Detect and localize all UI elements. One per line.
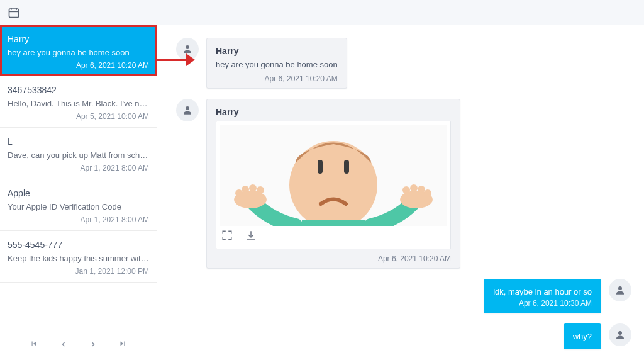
conversation-item[interactable]: 3467533842 Hello, David. This is Mr. Bla… [0, 76, 157, 128]
message-row: Harry hey are you gonna be home soon Apr… [176, 38, 631, 89]
avatar [609, 323, 631, 346]
message-bubble-outgoing: why? [564, 323, 601, 349]
conversation-name: 555-4545-777 [8, 240, 149, 250]
svg-rect-9 [344, 160, 349, 174]
message-sender: Harry [216, 46, 338, 56]
message-row-outgoing: idk, maybe in an hour or so Apr 6, 2021 … [176, 279, 631, 313]
message-time: Apr 6, 2021 10:30 AM [493, 299, 592, 308]
conversation-name: Apple [8, 188, 149, 198]
message-time: Apr 6, 2021 10:20 AM [216, 74, 338, 83]
chat-pane: Harry hey are you gonna be home soon Apr… [157, 25, 644, 360]
svg-rect-0 [9, 9, 19, 17]
message-row: Harry [176, 99, 631, 269]
conversation-date: Apr 5, 2021 10:00 AM [8, 112, 149, 121]
conversation-preview: Your Apple ID Verification Code [8, 202, 149, 211]
svg-point-21 [618, 286, 622, 290]
main: Harry hey are you gonna be home soon Apr… [0, 25, 644, 360]
conversation-date: Apr 6, 2021 10:20 AM [8, 61, 149, 70]
message-bubble: Harry hey are you gonna be home soon Apr… [206, 38, 347, 89]
message-sender: Harry [216, 107, 451, 117]
conversation-preview: Keep the kids happy this summer with … [8, 254, 149, 263]
svg-point-19 [410, 184, 418, 192]
sidebar: Harry hey are you gonna be home soon Apr… [0, 25, 157, 360]
message-text: hey are you gonna be home soon [216, 60, 338, 69]
svg-point-18 [418, 186, 425, 193]
conversation-item[interactable]: 555-4545-777 Keep the kids happy this su… [0, 231, 157, 283]
message-text: why? [573, 332, 592, 341]
annotation-arrow [157, 53, 195, 66]
conversation-item[interactable]: Harry hey are you gonna be home soon Apr… [0, 25, 157, 76]
svg-point-14 [249, 184, 257, 192]
svg-point-20 [402, 186, 410, 194]
message-text: idk, maybe in an hour or so [493, 287, 592, 296]
avatar [609, 279, 631, 301]
conversation-item[interactable]: L Dave, can you pick up Matt from schoo…… [0, 128, 157, 179]
conversation-preview: Hello, David. This is Mr. Black. I've no… [8, 99, 149, 108]
download-icon[interactable] [245, 230, 257, 244]
message-bubble-outgoing: idk, maybe in an hour or so Apr 6, 2021 … [484, 279, 601, 313]
conversation-preview: Dave, can you pick up Matt from schoo… [8, 150, 149, 160]
svg-point-5 [186, 106, 189, 110]
message-bubble: Harry [206, 99, 460, 269]
conversation-list: Harry hey are you gonna be home soon Apr… [0, 25, 157, 329]
expand-icon[interactable] [221, 230, 233, 244]
conversation-date: Jan 1, 2021 12:00 PM [8, 267, 149, 276]
shrug-image [220, 125, 447, 226]
conversation-date: Apr 1, 2021 8:00 AM [8, 215, 149, 224]
svg-point-12 [235, 189, 243, 197]
message-time: Apr 6, 2021 10:20 AM [216, 254, 451, 263]
svg-point-17 [424, 189, 431, 197]
svg-point-4 [186, 45, 189, 49]
conversation-name: L [8, 137, 149, 147]
svg-point-13 [242, 186, 249, 193]
conversation-item[interactable]: Apple Your Apple ID Verification Code Ap… [0, 179, 157, 231]
topbar [0, 0, 644, 25]
message-row-outgoing: why? [176, 323, 631, 349]
avatar [176, 99, 199, 121]
calendar-icon[interactable] [8, 6, 20, 19]
svg-rect-10 [302, 220, 365, 226]
pager-next[interactable] [83, 335, 103, 354]
pager-last[interactable] [112, 335, 133, 354]
svg-point-22 [618, 331, 622, 335]
conversation-name: Harry [8, 34, 149, 44]
pager [0, 329, 157, 360]
message-image-container [216, 121, 451, 249]
svg-rect-8 [318, 160, 323, 174]
image-actions [220, 226, 447, 245]
pager-first[interactable] [23, 335, 45, 354]
conversation-preview: hey are you gonna be home soon [8, 48, 149, 57]
conversation-date: Apr 1, 2021 8:00 AM [8, 164, 149, 172]
svg-point-15 [257, 186, 264, 194]
pager-prev[interactable] [53, 335, 74, 354]
conversation-name: 3467533842 [8, 85, 149, 95]
